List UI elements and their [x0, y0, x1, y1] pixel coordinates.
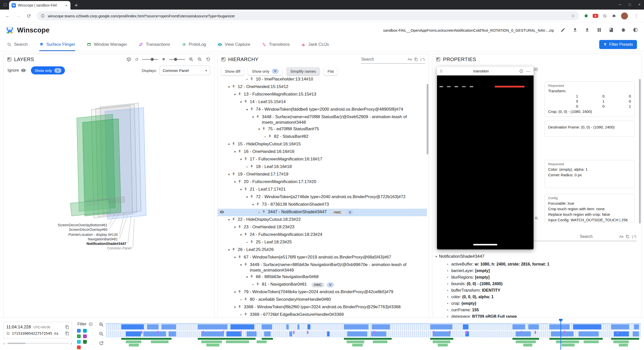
pin-icon[interactable]	[238, 304, 244, 309]
expand-arrow-icon[interactable]: ▾	[238, 262, 244, 268]
panel-icon[interactable]	[436, 57, 440, 62]
pin-icon[interactable]	[232, 141, 238, 146]
tree-row[interactable]: •80 - ace6abb SecondaryHomeHandle0#80	[218, 296, 427, 304]
expand-arrow-icon[interactable]: ▾	[435, 255, 437, 258]
tab-jank-cujs[interactable]: Jank CUJs	[301, 38, 329, 51]
trace-type-icon[interactable]	[83, 340, 87, 344]
property-row[interactable]: •barrierLayer: [empty]	[432, 268, 641, 274]
extension-green-icon[interactable]	[584, 14, 588, 18]
pin-icon[interactable]	[256, 202, 262, 206]
tree-row[interactable]: •82 - StatusBar#82	[218, 133, 427, 141]
tree-row[interactable]: ▾68 - 885b63e NavigationBar0#68	[218, 274, 427, 281]
expand-arrow-icon[interactable]: ▾	[238, 99, 244, 105]
expand-arrow-icon[interactable]: ▾	[238, 156, 244, 162]
expand-arrow-icon[interactable]: ▾	[232, 304, 238, 310]
match-case-icon[interactable]: Aa	[408, 57, 412, 61]
selected-node-header[interactable]: ▾ NotificationShade#3447	[435, 254, 485, 259]
tree-row[interactable]: ▾13 - FullscreenMagnification:15:15#13	[218, 91, 427, 99]
pin-icon[interactable]	[232, 171, 238, 176]
pin-icon[interactable]	[232, 217, 238, 221]
simplify-names-button[interactable]: Simplify names	[287, 67, 320, 75]
pin-icon[interactable]	[256, 114, 262, 119]
property-row[interactable]: •blurRegions: [empty]	[432, 274, 641, 281]
timeline-canvas[interactable]	[106, 318, 641, 350]
download-icon[interactable]	[573, 27, 578, 33]
overlap-icon[interactable]	[414, 58, 418, 61]
tree-row[interactable]: ▾72 - WindowToken{a2746de type=2040 andr…	[218, 194, 427, 201]
tree-row[interactable]: ▾3449 - Surface(name=885b63e NavigationB…	[218, 261, 427, 274]
timeline-cursor-handle[interactable]	[559, 319, 562, 322]
scroll-left-icon[interactable]: ‹	[4, 341, 5, 345]
eye-icon[interactable]	[220, 210, 224, 214]
property-row[interactable]: •bufferTransform: IDENTITY	[432, 287, 641, 294]
tree-row[interactable]: ▾22 - HideDisplayCutout:18:23#22	[218, 216, 427, 224]
property-row[interactable]: •currFrame: 155	[432, 307, 641, 313]
expand-arrow-icon[interactable]: ▾	[244, 194, 250, 200]
tree-row[interactable]: ▾24 - FullscreenMagnification:18:23#24	[218, 231, 427, 239]
properties-scrollbar[interactable]	[639, 79, 641, 224]
extension-disabled-icon[interactable]	[603, 14, 607, 18]
tab-view-capture[interactable]: View Capture	[218, 38, 250, 51]
panel-icon[interactable]	[221, 57, 226, 62]
window-close-icon[interactable]: ×	[638, 3, 640, 7]
layer-label[interactable]: PointerLocation - display 0#134	[68, 233, 118, 237]
tab-search[interactable]: Search	[7, 38, 28, 51]
extensions-puzzle-icon[interactable]	[612, 14, 616, 18]
expand-arrow-icon[interactable]: ▾	[238, 232, 244, 238]
pin-icon[interactable]	[238, 254, 244, 259]
tree-row[interactable]: ▾3368 - WindowToken{f6b2f60 type=2024 an…	[218, 304, 427, 311]
pin-icon[interactable]	[250, 164, 256, 168]
regex-icon[interactable]: (.*)	[420, 57, 425, 61]
pin-icon[interactable]	[256, 282, 262, 286]
window-minimize-icon[interactable]: ─	[619, 3, 621, 7]
tree-row[interactable]: •3369 - 67726bf EdgeBackGestureHandler0#…	[218, 311, 427, 318]
tree-row[interactable]: ▾26 - Leaf:25:25#26	[218, 246, 427, 254]
minimize-icon[interactable]: —	[525, 69, 531, 73]
window-maximize-icon[interactable]: □	[629, 3, 631, 7]
expand-arrow-icon[interactable]: ▾	[244, 107, 250, 112]
expand-arrow-icon[interactable]: ▾	[226, 171, 232, 177]
pin-icon[interactable]	[262, 126, 268, 131]
trace-type-icon[interactable]	[77, 334, 81, 338]
extension-video-icon[interactable]	[593, 14, 598, 18]
hierarchy-search-input[interactable]: Search Aa (.*)	[361, 55, 425, 64]
pin-icon[interactable]	[232, 84, 238, 89]
layer-label[interactable]: ScreenDecorOverlay#60	[69, 228, 107, 232]
regex-icon[interactable]: (.*)	[632, 235, 636, 238]
flat-button[interactable]: Flat	[324, 67, 338, 75]
tree-row[interactable]: ▾73 - 8736138 NotificationShade#73	[218, 201, 427, 209]
trace-type-icon[interactable]	[77, 345, 81, 349]
expand-arrow-icon[interactable]: ▾	[244, 274, 250, 280]
tree-row[interactable]: •18 - Leaf:16:16#18	[218, 163, 427, 171]
pin-icon[interactable]	[244, 156, 250, 161]
trace-type-icon[interactable]	[77, 340, 81, 344]
tab-transactions[interactable]: Transactions	[139, 38, 170, 51]
tree-row[interactable]: ▾20 - FullscreenMagnification:17:17#20	[218, 179, 427, 186]
back-icon[interactable]: ←	[3, 11, 12, 20]
tree-row[interactable]: ▾17 - FullscreenMagnification:16:16#17	[218, 156, 427, 163]
pin-icon[interactable]	[262, 209, 268, 214]
pin-icon[interactable]	[238, 92, 244, 96]
pin-icon[interactable]	[250, 239, 256, 244]
tab-protolog[interactable]: ProtoLog	[182, 38, 206, 51]
timeline-zoom-in-icon[interactable]	[99, 322, 104, 327]
dashboard-icon[interactable]	[597, 27, 602, 33]
tree-row[interactable]: ▾23 - OneHanded:18:23#23	[218, 224, 427, 231]
bookmark-star-icon[interactable]: ☆	[571, 13, 575, 19]
collapse-icon[interactable]	[89, 322, 93, 326]
filter-presets-button[interactable]: Filter Presets	[599, 40, 637, 49]
trace-type-icon[interactable]	[83, 334, 87, 338]
drag-handle-icon[interactable]	[439, 69, 443, 73]
pin-icon[interactable]	[250, 107, 256, 111]
page-info-icon[interactable]	[41, 14, 45, 18]
tab-transitions[interactable]: Transitions	[262, 38, 290, 51]
transition-overlay-window[interactable]: transition —	[437, 67, 534, 249]
match-case-icon[interactable]: Aa	[619, 235, 623, 238]
tree-row[interactable]: ▾3448 - Surface(name=ed70f88 StatusBar)/…	[218, 114, 427, 126]
timeline-reset-zoom-icon[interactable]	[99, 340, 104, 346]
tree-row[interactable]: ▾19 - OneHanded:17:17#19	[218, 171, 427, 179]
trace-type-icon[interactable]	[77, 329, 81, 333]
tree-row[interactable]: ▾15 - HideDisplayCutout:16:16#15	[218, 141, 427, 148]
overlap-icon[interactable]	[626, 235, 629, 238]
expand-arrow-icon[interactable]: ▾	[232, 92, 238, 97]
